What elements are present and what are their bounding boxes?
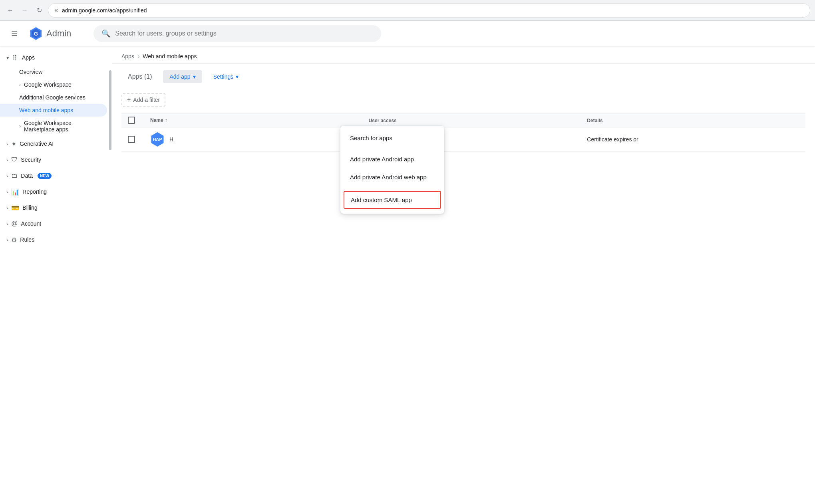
chevron-billing-icon: › (6, 205, 8, 211)
table-row[interactable]: HAP H ON for 1 organisational unit Certi… (121, 127, 805, 152)
overview-label: Overview (19, 69, 42, 75)
add-app-button[interactable]: Add app ▾ (163, 70, 202, 83)
sidebar-item-account[interactable]: › @ Account (0, 216, 112, 232)
breadcrumb-separator: › (137, 53, 139, 60)
chevron-account-icon: › (6, 221, 8, 227)
billing-label: Billing (22, 204, 37, 211)
row-checkbox[interactable] (128, 136, 135, 143)
address-bar: ⊙ admin.google.com/ac/apps/unified (48, 3, 810, 18)
row-checkbox-cell (128, 136, 144, 143)
settings-label: Settings (213, 73, 234, 80)
sidebar-item-billing[interactable]: › 💳 Billing (0, 200, 112, 216)
data-label: Data (21, 173, 33, 179)
svg-text:G: G (34, 31, 38, 37)
header-user-access-cell: User access (369, 117, 581, 123)
row-name-cell: HAP H (150, 132, 362, 147)
rules-label: Rules (20, 236, 34, 243)
add-app-chevron: ▾ (193, 73, 196, 80)
table-area: Apps (1) Add app ▾ Settings ▾ + Add a fi… (112, 63, 815, 158)
top-bar: ☰ G Admin 🔍 (0, 21, 815, 46)
search-icon: 🔍 (101, 29, 110, 38)
logo-hexagon-icon: G (29, 26, 43, 41)
chevron-right-marketplace-icon: › (19, 123, 21, 129)
header-name-cell[interactable]: Name ↑ (150, 117, 362, 123)
breadcrumb: Apps › Web and mobile apps (112, 46, 815, 63)
main-content: Apps › Web and mobile apps Apps (1) Add … (112, 46, 815, 504)
apps-label: Apps (22, 54, 35, 61)
sidebar-item-google-workspace[interactable]: › Google Workspace (0, 78, 107, 91)
chevron-gen-ai-icon: › (6, 141, 8, 147)
details-value: Certificate expires or (587, 136, 638, 143)
header-checkbox-cell (128, 117, 144, 124)
dropdown-search-for-apps[interactable]: Search for apps (340, 129, 444, 147)
sidebar: ▾ ⠿ Apps Overview › Google Workspace Add… (0, 46, 112, 504)
breadcrumb-apps-link[interactable]: Apps (121, 53, 134, 60)
at-sign-icon: @ (11, 220, 18, 227)
google-workspace-label: Google Workspace (24, 81, 72, 88)
col-details-label: Details (587, 118, 602, 123)
logo-area[interactable]: G Admin (29, 26, 71, 41)
row-details-cell: Certificate expires or (587, 136, 799, 143)
sidebar-item-web-mobile-apps[interactable]: Web and mobile apps (0, 104, 107, 117)
browser-chrome: ← → ↻ ⊙ admin.google.com/ac/apps/unified (0, 0, 815, 21)
table-toolbar: Apps (1) Add app ▾ Settings ▾ (121, 70, 805, 83)
hamburger-button[interactable]: ☰ (6, 26, 22, 42)
logo-text: Admin (46, 28, 71, 39)
folder-icon: 🗀 (11, 172, 18, 179)
add-app-label: Add app (169, 73, 190, 80)
sidebar-item-security[interactable]: › 🛡 Security (0, 152, 112, 168)
sidebar-section-apps[interactable]: ▾ ⠿ Apps (0, 50, 112, 65)
sidebar-scrollbar[interactable] (109, 46, 112, 504)
apps-count-tab[interactable]: Apps (1) (121, 70, 158, 83)
sidebar-item-data[interactable]: › 🗀 Data NEW (0, 168, 112, 184)
dropdown-add-private-android-app[interactable]: Add private Android app (340, 150, 444, 168)
settings-chevron: ▾ (236, 73, 239, 80)
dropdown-spacer (340, 147, 444, 150)
app-layout: ▾ ⠿ Apps Overview › Google Workspace Add… (0, 21, 815, 504)
header-details-cell: Details (587, 117, 799, 123)
add-filter-label: Add a filter (133, 97, 160, 103)
sidebar-item-reporting[interactable]: › 📊 Reporting (0, 184, 112, 200)
credit-card-icon: 💳 (11, 204, 19, 212)
back-button[interactable]: ← (5, 5, 16, 16)
col-user-access-label: User access (369, 118, 397, 123)
chevron-data-icon: › (6, 173, 8, 179)
spark-icon: ✦ (11, 140, 16, 148)
breadcrumb-current: Web and mobile apps (143, 53, 197, 60)
sidebar-item-overview[interactable]: Overview (0, 65, 107, 78)
grid-icon: ⠿ (12, 54, 17, 62)
chevron-security-icon: › (6, 157, 8, 163)
search-for-apps-label: Search for apps (350, 135, 392, 141)
sidebar-item-gw-marketplace-apps[interactable]: › Google Workspace Marketplace apps (0, 117, 107, 136)
dropdown-spacer2 (340, 186, 444, 189)
dropdown-add-private-android-web-app[interactable]: Add private Android web app (340, 168, 444, 186)
settings-button[interactable]: Settings ▾ (207, 70, 245, 83)
app-icon: HAP (150, 132, 165, 147)
sidebar-item-rules[interactable]: › ⚙ Rules (0, 232, 112, 248)
add-app-dropdown-menu: Search for apps Add private Android app … (340, 126, 444, 214)
refresh-button[interactable]: ↻ (34, 5, 45, 16)
chevron-down-icon: ▾ (6, 55, 9, 61)
forward-button[interactable]: → (19, 5, 30, 16)
gw-marketplace-label: Google Workspace Marketplace apps (24, 120, 101, 133)
add-app-dropdown-container: Add app ▾ (163, 70, 202, 83)
site-icon: ⊙ (55, 8, 59, 13)
sidebar-item-generative-ai[interactable]: › ✦ Generative AI (0, 136, 112, 152)
add-filter-button[interactable]: + Add a filter (121, 93, 165, 107)
col-name-label: Name (150, 117, 163, 123)
account-label: Account (21, 220, 42, 227)
sort-icon[interactable]: ↑ (165, 117, 167, 123)
shield-icon: 🛡 (11, 156, 18, 163)
chevron-reporting-icon: › (6, 189, 8, 195)
select-all-checkbox[interactable] (128, 117, 135, 124)
chevron-right-icon: › (19, 82, 21, 87)
search-bar[interactable]: 🔍 (93, 25, 381, 42)
app-name: H (169, 136, 173, 143)
generative-ai-label: Generative AI (20, 141, 54, 147)
search-input[interactable] (115, 30, 373, 37)
dropdown-add-custom-saml-app[interactable]: Add custom SAML app (344, 191, 441, 209)
add-private-android-app-label: Add private Android app (350, 156, 414, 163)
plus-icon: + (127, 96, 131, 103)
table-header: Name ↑ User access Details (121, 113, 805, 127)
sidebar-item-additional-google-services[interactable]: Additional Google services (0, 91, 107, 104)
